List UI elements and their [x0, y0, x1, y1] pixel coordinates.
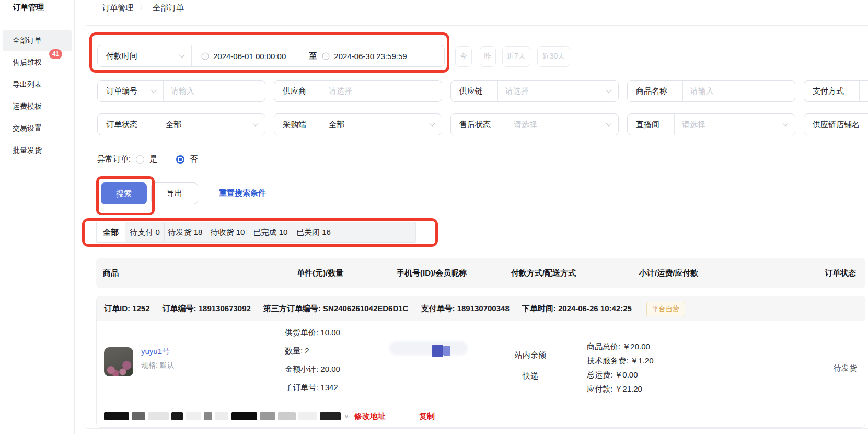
live-room-label: 直播间 — [628, 114, 675, 135]
col-header-order-status: 订单状态 — [825, 258, 856, 288]
delivery-method: 快递 — [499, 370, 562, 382]
payment-method: 站内余额 — [499, 349, 562, 361]
abnormal-yes-label[interactable]: 是 — [149, 154, 157, 164]
sub-order-no: 子订单号: 1342 — [285, 382, 340, 393]
abnormal-no-label[interactable]: 否 — [190, 154, 198, 164]
chevron-down-icon — [606, 87, 611, 93]
tab-pending-shipment[interactable]: 待发货 18 — [165, 222, 206, 242]
search-button[interactable]: 搜索 — [101, 182, 147, 204]
filter-pay-method: 支付方式 — [804, 80, 868, 102]
abnormal-order-label: 异常订单: — [97, 154, 131, 164]
product-spec: 规格: 默认 — [141, 361, 175, 370]
sidebar-item-batch-shipping[interactable]: 批量发货 — [3, 140, 72, 161]
supplier-placeholder: 请选择 — [329, 86, 352, 96]
total-freight: 总运费: ￥0.00 — [587, 368, 654, 382]
topbar: 订单管理 〉 全部订单 — [75, 0, 868, 21]
order-no-label: 订单编号 — [106, 86, 137, 96]
redacted-block — [432, 345, 443, 357]
redacted-member-avatar — [432, 344, 451, 358]
sidebar-item-trade-settings[interactable]: 交易设置 — [3, 118, 72, 139]
tab-completed[interactable]: 已完成 10 — [249, 222, 292, 242]
third-party-order-no: 第三方订单编号: SN2406261042ED6D1C — [263, 304, 409, 314]
supplier-select[interactable]: 请选择 — [321, 81, 442, 101]
abnormal-no-radio[interactable] — [176, 155, 184, 164]
product-thumbnail[interactable] — [104, 347, 133, 376]
quantity: 数量: 2 — [285, 345, 340, 357]
redacted-address-block — [132, 412, 145, 420]
col-header-product: 商品 — [103, 258, 119, 288]
redacted-address-block — [278, 412, 296, 420]
product-name-placeholder: 请输入 — [690, 86, 714, 96]
abnormal-yes-radio[interactable] — [136, 155, 144, 164]
chevron-down-icon — [179, 52, 184, 58]
clock-icon — [201, 52, 209, 60]
payment-time-range-input[interactable]: 2024-06-01 00:00:00 至 2024-06-30 23:59:5… — [192, 45, 444, 66]
reset-search-link[interactable]: 重置搜索条件 — [219, 188, 266, 198]
quick-range-7days-button[interactable]: 近7天 — [502, 46, 530, 67]
start-datetime: 2024-06-01 00:00:00 — [213, 52, 286, 61]
purchase-side-select[interactable]: 全部 — [321, 114, 442, 135]
tab-all[interactable]: 全部 — [97, 222, 125, 242]
supplier-label: 供应商 — [274, 81, 321, 101]
order-management-screen: 订单管理 全部订单 售后维权 41 导出列表 运费模板 交易设置 批量发货 — [0, 0, 868, 434]
pay-method-select[interactable] — [860, 81, 868, 101]
sidebar-menu: 全部订单 售后维权 41 导出列表 运费模板 交易设置 批量发货 — [3, 30, 72, 162]
sidebar-item-all-orders[interactable]: 全部订单 — [3, 30, 72, 51]
payment-time-label: 付款时间 — [106, 51, 137, 61]
chevron-down-icon — [429, 120, 435, 126]
filter-order-no: 订单编号 请输入 — [97, 80, 265, 102]
sidebar-item-label: 批量发货 — [13, 146, 42, 155]
pay-method-label: 支付方式 — [804, 81, 860, 101]
payment-delivery-column: 站内余额 快递 — [499, 349, 562, 382]
breadcrumb-separator-icon: 〉 — [140, 3, 146, 13]
product-name-input[interactable]: 请输入 — [683, 81, 795, 101]
order-status-label: 订单状态 — [98, 114, 158, 135]
supply-chain-label: 供应链 — [451, 81, 498, 101]
after-sale-status-select[interactable]: 请选择 — [506, 114, 618, 135]
order-no-type-select[interactable]: 订单编号 — [98, 81, 164, 101]
order-no-input[interactable]: 请输入 — [164, 81, 265, 101]
tab-pending-payment[interactable]: 待支付 0 — [125, 222, 165, 242]
col-header-pay-delivery: 付款方式/配送方式 — [511, 258, 576, 288]
platform-self-operated-badge: 平台自营 — [646, 302, 685, 316]
redacted-block — [443, 346, 450, 356]
sidebar-item-label: 全部订单 — [13, 36, 42, 45]
sidebar-item-after-sales[interactable]: 售后维权 41 — [3, 52, 72, 73]
product-name-label: 商品名称 — [628, 81, 683, 101]
redacted-address-block — [204, 412, 212, 420]
sidebar-item-export-list[interactable]: 导出列表 — [3, 74, 72, 95]
product-name-link[interactable]: yuyu1号 — [141, 347, 170, 357]
copy-address-link[interactable]: 复制 — [419, 412, 435, 421]
chevron-down-icon — [252, 120, 258, 126]
edit-address-link[interactable]: 修改地址 — [354, 412, 386, 421]
quick-range-today-button[interactable]: 今 — [455, 46, 472, 67]
order-status-select[interactable]: 全部 — [158, 114, 265, 135]
redacted-address-block — [104, 412, 129, 420]
chevron-down-icon — [151, 87, 156, 93]
tab-closed[interactable]: 已关闭 16 — [292, 222, 335, 242]
sidebar-item-freight-template[interactable]: 运费模板 — [3, 96, 72, 117]
redacted-address-block — [260, 412, 275, 420]
supply-chain-select[interactable]: 请选择 — [498, 81, 618, 101]
live-room-select[interactable]: 请选择 — [675, 114, 795, 135]
payment-time-type-select[interactable]: 付款时间 — [98, 45, 192, 66]
end-datetime: 2024-06-30 23:59:59 — [334, 52, 407, 61]
breadcrumb-all-orders: 全部订单 — [153, 3, 184, 13]
redacted-address-block — [171, 412, 183, 420]
sidebar-item-label: 交易设置 — [13, 124, 42, 133]
order-status-value: 待发货 — [834, 363, 857, 373]
live-room-placeholder: 请选择 — [682, 120, 705, 130]
sidebar-item-label: 导出列表 — [13, 80, 42, 89]
quick-range-yesterday-button[interactable]: 昨 — [480, 46, 496, 67]
after-sale-status-placeholder: 请选择 — [514, 120, 537, 130]
amount-payable: 应付款: ￥21.20 — [587, 382, 654, 396]
range-to-label: 至 — [309, 51, 317, 61]
filter-order-status: 订单状态 全部 — [97, 113, 265, 135]
redacted-address-block — [298, 412, 317, 420]
breadcrumb-order-management[interactable]: 订单管理 — [102, 3, 133, 13]
filter-purchase-side: 采购端 全部 — [274, 113, 442, 135]
quick-range-30days-button[interactable]: 近30天 — [537, 46, 570, 67]
export-button[interactable]: 导出 — [151, 182, 198, 204]
tab-pending-receipt[interactable]: 待收货 10 — [206, 222, 249, 242]
order-no: 订单编号: 189130673092 — [163, 304, 251, 314]
